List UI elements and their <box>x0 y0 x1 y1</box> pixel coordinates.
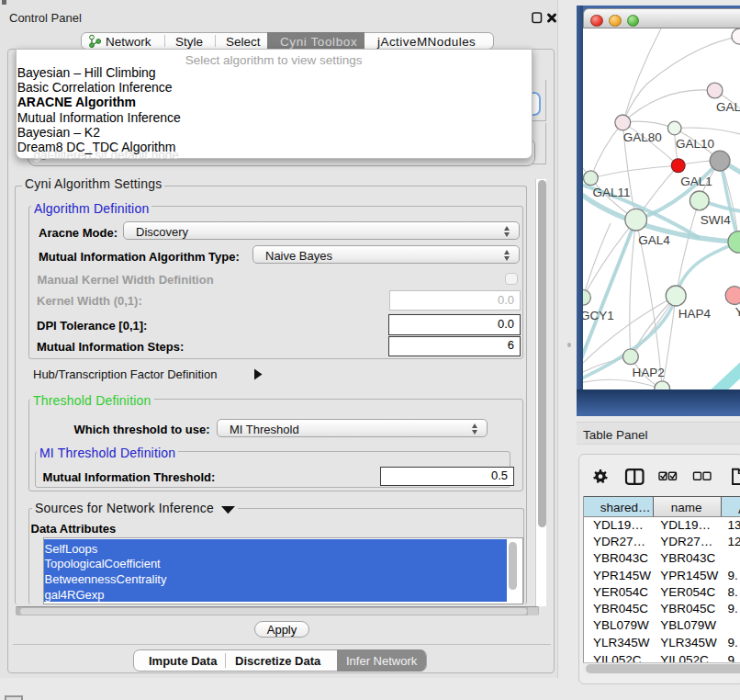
svg-text:YM: YM <box>734 305 740 319</box>
svg-text:SWI4: SWI4 <box>700 213 730 227</box>
svg-text:HAP4: HAP4 <box>678 307 711 321</box>
svg-text:GAL1: GAL1 <box>680 175 712 188</box>
svg-text:GAL11: GAL11 <box>592 186 630 199</box>
svg-text:GCY1: GCY1 <box>583 309 614 322</box>
svg-text:GAL10: GAL10 <box>676 137 714 151</box>
svg-text:GAL4: GAL4 <box>638 233 670 247</box>
svg-text:GAL80: GAL80 <box>622 131 661 145</box>
svg-text:HAP2: HAP2 <box>632 366 664 379</box>
svg-text:GAL7: GAL7 <box>716 100 740 114</box>
